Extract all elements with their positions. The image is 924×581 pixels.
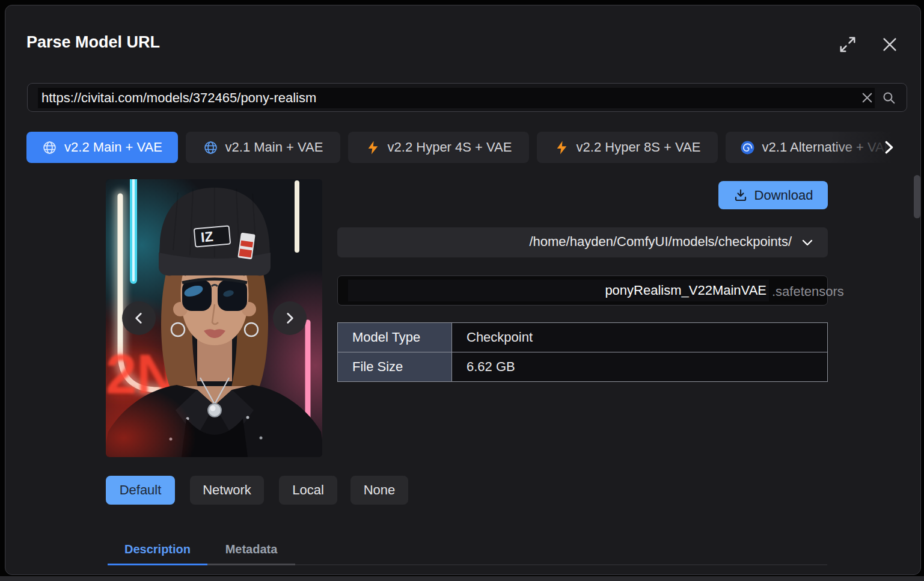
preview-source-local-button[interactable]: Local	[279, 476, 337, 505]
detail-tab-bar: Description Metadata	[108, 532, 827, 565]
vertical-scrollbar-thumb[interactable]	[914, 175, 920, 218]
version-tab-strip: v2.2 Main + VAE v2.1 Main + VAE v2.2 Hyp…	[26, 132, 907, 163]
dialog-title: Parse Model URL	[26, 33, 160, 52]
globe-icon	[203, 140, 218, 155]
preview-source-default-button[interactable]: Default	[106, 476, 175, 505]
chevron-right-icon	[282, 310, 298, 326]
version-tab-v22-hyper4s-vae[interactable]: v2.2 Hyper 4S + VAE	[348, 132, 529, 163]
active-tab-indicator	[108, 564, 207, 565]
screen: Parse Model URL	[0, 0, 924, 581]
info-row-label: File Size	[338, 352, 452, 381]
download-button[interactable]: Download	[718, 181, 828, 209]
filename-input[interactable]	[348, 280, 769, 301]
info-row-value: 6.62 GB	[452, 352, 827, 381]
filename-extension: .safetensors	[772, 284, 844, 300]
globe-icon	[42, 140, 57, 155]
chevron-down-icon	[800, 235, 815, 250]
save-path-select[interactable]: /home/hayden/ComfyUI/models/checkpoints/	[337, 227, 828, 257]
close-icon[interactable]	[881, 35, 899, 54]
chevron-left-icon	[131, 310, 147, 326]
save-path-value: /home/hayden/ComfyUI/models/checkpoints/	[529, 234, 792, 250]
next-image-button[interactable]	[273, 301, 307, 335]
parse-model-url-dialog: Parse Model URL	[5, 5, 921, 575]
download-icon	[733, 188, 748, 203]
lightning-icon	[554, 140, 569, 155]
scroll-tabs-right-icon[interactable]	[880, 138, 898, 156]
spiral-icon	[740, 140, 755, 155]
tab-metadata[interactable]: Metadata	[207, 535, 295, 563]
maximize-icon[interactable]	[839, 35, 857, 54]
preview-source-network-button[interactable]: Network	[190, 476, 264, 505]
model-url-input[interactable]	[38, 88, 875, 108]
info-row-value: Checkpoint	[452, 323, 827, 352]
version-tab-v22-main-vae[interactable]: v2.2 Main + VAE	[26, 132, 178, 163]
search-icon[interactable]	[881, 90, 896, 105]
info-row-label: Model Type	[338, 323, 452, 352]
clear-url-icon[interactable]	[860, 90, 875, 105]
filename-field: .safetensors	[337, 275, 828, 306]
preview-source-none-button[interactable]: None	[350, 476, 408, 505]
svg-text:IZ: IZ	[200, 229, 214, 245]
version-tab-v22-hyper8s-vae[interactable]: v2.2 Hyper 8S + VAE	[537, 132, 718, 163]
url-bar	[27, 83, 907, 112]
tab-description[interactable]: Description	[108, 535, 207, 563]
version-tab-v21-main-vae[interactable]: v2.1 Main + VAE	[186, 132, 340, 163]
inactive-tab-indicator	[207, 564, 295, 565]
bottom-window-edge	[0, 576, 924, 581]
model-info-table: Model Type Checkpoint File Size 6.62 GB	[337, 322, 828, 382]
previous-image-button[interactable]	[122, 301, 156, 335]
lightning-icon	[366, 140, 381, 155]
